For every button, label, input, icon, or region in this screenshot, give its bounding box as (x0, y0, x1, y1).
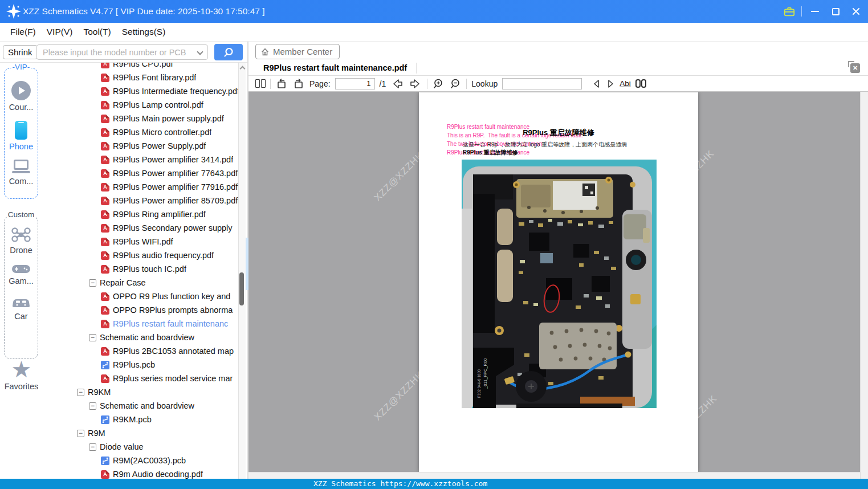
zoom-in-button[interactable] (432, 78, 445, 90)
shrink-button[interactable]: Shrink (3, 45, 38, 59)
left-rail: -VIP- Cour... Phone Com... Custom (0, 63, 43, 479)
tree-item[interactable]: − A Diode value (43, 440, 238, 454)
tree-item[interactable]: − A R9Plus Power Supply.pdf (43, 139, 238, 153)
sidebar-item-computer[interactable]: Com... (5, 160, 38, 186)
lookup-input[interactable] (502, 78, 582, 89)
tree-item[interactable]: − A R9Plus 2BC1053 annotated map (43, 344, 238, 358)
menu-item[interactable]: VIP(V) (47, 27, 73, 37)
two-page-view-button[interactable] (255, 78, 266, 90)
viewer-horizontal-scrollbar[interactable] (248, 472, 860, 479)
sidebar-item-favorites[interactable]: ★ Favorites (0, 358, 43, 391)
search-button[interactable] (214, 44, 243, 60)
tree-item[interactable]: − A Repair Case (43, 276, 238, 290)
tree-item[interactable]: − A R9Plus Font library.pdf (43, 71, 238, 84)
tree-item-label: R9m Audio decoding.pdf (113, 467, 203, 479)
tree-item[interactable]: − A Schematic and boardview (43, 331, 238, 344)
highlight-all-button[interactable] (635, 78, 646, 90)
tab-document[interactable]: R9Plus restart fault maintenance.pdf (263, 60, 407, 76)
tree-item[interactable]: − A R9m Audio decoding.pdf (43, 467, 238, 479)
tree-item[interactable]: − A R9Plus Power amplifier 77643.pdf (43, 166, 238, 180)
tree-item-label: R9Plus Font library.pdf (113, 71, 196, 84)
tree-scrollbar-thumb[interactable] (239, 272, 244, 305)
pdf-file-icon: A (101, 142, 109, 150)
collapse-minus-icon[interactable]: − (77, 389, 84, 396)
photo-fpc-label: _011_FPC_R00 (483, 358, 488, 389)
tree-item[interactable]: − A R9Plus Micro controller.pdf (43, 125, 238, 139)
sidebar-item-game[interactable]: Gam... (5, 264, 38, 286)
model-search-input[interactable] (42, 46, 193, 59)
pdf-file-icon: A (101, 87, 109, 96)
tree-item-label: Schematic and boardview (100, 399, 194, 413)
tree-item[interactable]: − A R9plus series model service mar (43, 372, 238, 385)
collapse-minus-icon[interactable]: − (89, 402, 96, 410)
pdf-file-icon: A (101, 292, 109, 301)
tree-item[interactable]: − A R9Plus Power amplifier 85709.pdf (43, 194, 238, 207)
tree-item[interactable]: − A R9Plus.pcb (43, 358, 238, 372)
zoom-out-button[interactable] (449, 78, 462, 90)
tree-item[interactable]: − A OPPO R9 Plus function key and (43, 290, 238, 303)
find-next-button[interactable] (606, 78, 615, 90)
maximize-button[interactable] (828, 4, 843, 19)
tree-item[interactable]: − A R9Plus Power amplifier 3414.pdf (43, 153, 238, 166)
model-search-combobox[interactable] (36, 44, 208, 60)
tree-item[interactable]: − A R9Plus WIFI.pdf (43, 235, 238, 248)
sidebar-item-car[interactable]: Car (5, 295, 38, 321)
custom-section-label: Custom (7, 210, 36, 219)
tree-item[interactable]: − A R9M (43, 426, 238, 440)
scroll-up-icon[interactable] (240, 66, 246, 72)
sidebar-item-course[interactable]: Cour... (5, 81, 38, 112)
tree-item[interactable]: − A R9Plus CPU.pdf (43, 63, 238, 71)
tree-item-label: R9KM (88, 385, 111, 399)
menu-item[interactable]: Settings(S) (122, 27, 166, 37)
tree-item[interactable]: − A R9Plus audio frequency.pdf (43, 248, 238, 262)
tree-item[interactable]: − A R9Plus Ring amplifier.pdf (43, 207, 238, 221)
tree-item[interactable]: − A R9KM (43, 385, 238, 399)
menu-item[interactable]: File(F) (10, 27, 36, 37)
titlebar-divider (801, 6, 802, 17)
rotate-right-button[interactable] (292, 78, 305, 90)
menu-item[interactable]: Tool(T) (83, 27, 111, 37)
close-document-icon[interactable]: ✕ (850, 63, 860, 73)
tree-item[interactable]: − A R9Plus touch IC.pdf (43, 262, 238, 276)
tree-item[interactable]: − A R9M(2AC0033).pcb (43, 454, 238, 467)
sidebar-item-label: Gam... (9, 276, 34, 286)
prev-page-button[interactable] (390, 78, 404, 90)
collapse-minus-icon[interactable]: − (89, 279, 96, 287)
tree-item[interactable]: − A R9Plus Intermediate frequency.pdf (43, 84, 238, 98)
tree-item[interactable]: − A R9Plus Power amplifier 77916.pdf (43, 180, 238, 194)
tree-item-label: R9Plus Power amplifier 3414.pdf (113, 153, 233, 166)
pdf-file-icon: A (101, 306, 109, 315)
match-case-button[interactable]: Abi (620, 79, 631, 88)
next-page-button[interactable] (409, 78, 422, 90)
tree-item[interactable]: − A R9Plus Main power supply.pdf (43, 112, 238, 125)
rotate-left-button[interactable] (275, 78, 288, 90)
chevron-down-icon[interactable] (197, 48, 203, 55)
tree-item[interactable]: − A OPPO R9Plus prompts abnorma (43, 303, 238, 317)
home-icon (260, 47, 270, 56)
tree-item[interactable]: − A R9Plus Lamp control.pdf (43, 98, 238, 112)
viewer-vertical-scrollbar[interactable] (860, 92, 868, 479)
tree-item[interactable]: − A R9Plus restart fault maintenanc (43, 317, 238, 331)
sidebar-item-label: Car (14, 312, 27, 321)
pdf-file-icon: A (101, 470, 109, 479)
sidebar-item-drone[interactable]: Drone (5, 226, 38, 255)
minimize-button[interactable] (808, 4, 822, 19)
collapse-minus-icon[interactable]: − (89, 443, 96, 451)
tree-scrollbar[interactable] (238, 63, 246, 479)
tree-item-label: OPPO R9Plus prompts abnorma (113, 303, 233, 317)
pdf-viewer[interactable]: XZZ@XZZHK XZZ@XZZHK XZZ@XZZHK XZZ@XZZHK … (248, 92, 868, 479)
tree-item[interactable]: − A R9KM.pcb (43, 413, 238, 426)
file-tree: − A R9Plus CPU.pdf − A (43, 63, 238, 479)
briefcase-icon[interactable] (783, 6, 796, 17)
collapse-minus-icon[interactable]: − (77, 430, 84, 437)
tree-item[interactable]: − A R9Plus Secondary power supply (43, 221, 238, 235)
sidebar-item-phone[interactable]: Phone (5, 121, 38, 151)
collapse-minus-icon[interactable]: − (89, 334, 96, 341)
tree-item[interactable]: − A Schematic and boardview (43, 399, 238, 413)
pdf-file-icon: A (101, 74, 109, 82)
pdf-file-icon: A (101, 265, 109, 274)
member-center-button[interactable]: Member Center (255, 44, 340, 59)
page-number-input[interactable] (335, 78, 375, 89)
find-previous-button[interactable] (592, 78, 601, 90)
close-button[interactable] (849, 4, 863, 19)
